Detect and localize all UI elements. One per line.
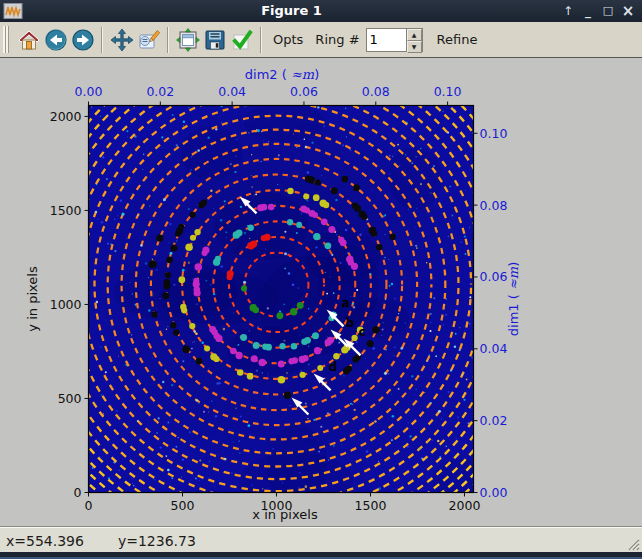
window-title: Figure 1: [23, 0, 560, 22]
home-icon: [17, 28, 41, 52]
save-button[interactable]: [201, 26, 228, 54]
tick-label: 0.02: [480, 413, 508, 428]
waveform-icon: [3, 3, 23, 19]
point-group-label: c: [358, 325, 365, 339]
save-icon: [203, 28, 227, 52]
pan-button[interactable]: [108, 26, 135, 54]
apply-check-icon: [230, 28, 254, 52]
maximize-button[interactable]: □: [600, 3, 616, 19]
pan-icon: [110, 28, 134, 52]
refine-button[interactable]: Refine: [437, 32, 478, 47]
toolbar-separator: [167, 27, 169, 53]
tick-label: 0.10: [434, 84, 462, 99]
calibration-plot-svg[interactable]: abcd050010001500200005001000150020000.00…: [0, 58, 642, 527]
ring-number-input[interactable]: [367, 29, 406, 51]
close-button[interactable]: ×: [620, 3, 636, 19]
statusbar: x=554.396 y=1236.73: [0, 527, 642, 553]
tick-label: 0.08: [362, 84, 390, 99]
ring-number-label: Ring #: [315, 32, 359, 47]
back-button[interactable]: [42, 26, 69, 54]
tick-label: 1000: [50, 297, 82, 312]
forward-icon: [71, 28, 95, 52]
tick-label: 1500: [355, 498, 387, 513]
forward-button[interactable]: [69, 26, 96, 54]
ring-number-spinbox: ▲ ▼: [366, 28, 423, 52]
spin-up-button[interactable]: ▲: [407, 29, 422, 41]
tick-label: 500: [171, 498, 195, 513]
tick-label: 0: [74, 485, 82, 500]
opts-button[interactable]: Opts: [273, 32, 303, 47]
toolbar-handle[interactable]: [3, 26, 9, 53]
apply-button[interactable]: [228, 26, 255, 54]
home-button[interactable]: [15, 26, 42, 54]
minimize-button[interactable]: _: [580, 3, 596, 19]
tick-label: 1500: [50, 203, 82, 218]
resize-grip[interactable]: [626, 537, 640, 551]
window-bottom-border: [0, 552, 642, 559]
tick-label: 0.00: [75, 84, 103, 99]
tick-label: 0.08: [480, 198, 508, 213]
shade-button[interactable]: ↑: [560, 3, 576, 19]
zoom-rect-icon: [137, 28, 161, 52]
figure-canvas[interactable]: abcd050010001500200005001000150020000.00…: [0, 58, 642, 527]
tick-label: 2000: [50, 109, 82, 124]
spin-down-button[interactable]: ▼: [407, 41, 422, 53]
subplots-icon: [176, 28, 200, 52]
toolbar-separator: [101, 27, 103, 53]
tick-label: 0.02: [146, 84, 174, 99]
y-axis-label: y in pixels: [25, 266, 40, 332]
toolbar-separator: [260, 27, 262, 53]
cursor-y-readout: y=1236.73: [118, 533, 196, 549]
tick-label: 0.04: [218, 84, 246, 99]
cursor-x-readout: x=554.396: [6, 533, 84, 549]
calibration-plot[interactable]: abcd050010001500200005001000150020000.00…: [0, 58, 642, 531]
toolbar: Opts Ring # ▲ ▼ Refine: [0, 22, 642, 58]
tick-label: 0.00: [480, 485, 508, 500]
zoom-rect-button[interactable]: [135, 26, 162, 54]
tick-label: 0.04: [480, 341, 508, 356]
tick-label: 0.06: [480, 269, 508, 284]
tick-label: 0: [85, 498, 93, 513]
tick-label: 500: [58, 391, 82, 406]
right-axis-label: dim1 ( ≈m): [506, 262, 521, 336]
figure-window: Figure 1 ↑ _ □ ×: [0, 0, 642, 559]
x-axis-label: x in pixels: [252, 507, 318, 522]
subplots-button[interactable]: [174, 26, 201, 54]
point-group-label: b: [345, 316, 354, 330]
top-axis-label: dim2 ( ≈m): [245, 67, 319, 82]
point-group-label: a: [342, 296, 350, 310]
back-icon: [44, 28, 68, 52]
tick-label: 0.10: [480, 126, 508, 141]
tick-label: 0.06: [290, 84, 318, 99]
tick-label: 2000: [449, 498, 481, 513]
titlebar[interactable]: Figure 1 ↑ _ □ ×: [0, 0, 642, 22]
point-group-label: d: [329, 360, 338, 374]
